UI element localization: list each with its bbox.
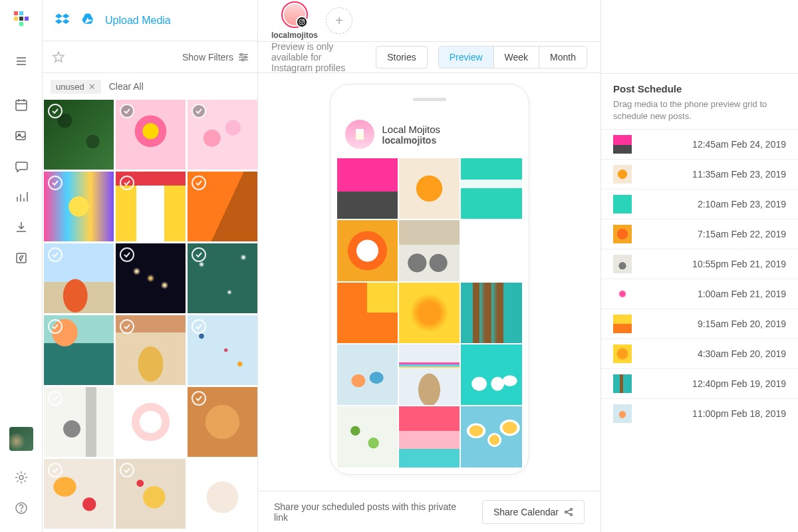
svg-rect-9 bbox=[16, 100, 27, 110]
ig-post[interactable] bbox=[461, 158, 521, 219]
schedule-title: Post Schedule bbox=[613, 83, 786, 94]
ig-post[interactable] bbox=[461, 283, 521, 343]
ig-post[interactable] bbox=[461, 220, 521, 281]
svg-rect-0 bbox=[14, 11, 18, 15]
ig-post[interactable] bbox=[337, 406, 398, 467]
upload-media-link[interactable]: Upload Media bbox=[105, 15, 171, 27]
schedule-thumb bbox=[613, 165, 632, 184]
check-icon bbox=[48, 247, 63, 262]
share-text: Share your scheduled posts with this pri… bbox=[274, 501, 471, 523]
svg-rect-19 bbox=[17, 253, 26, 263]
help-icon[interactable] bbox=[8, 495, 35, 521]
user-avatar[interactable] bbox=[9, 427, 33, 451]
svg-rect-2 bbox=[14, 17, 18, 21]
ig-post[interactable] bbox=[461, 406, 521, 467]
media-item[interactable] bbox=[188, 172, 257, 241]
view-tab-month[interactable]: Month bbox=[539, 47, 587, 68]
media-item[interactable] bbox=[188, 315, 257, 385]
check-icon bbox=[120, 104, 134, 118]
schedule-item[interactable]: 12:45am Feb 24, 2019 bbox=[601, 129, 798, 159]
view-tab-week[interactable]: Week bbox=[494, 47, 540, 68]
media-item[interactable] bbox=[116, 459, 186, 529]
media-item[interactable] bbox=[44, 459, 114, 529]
ig-post[interactable] bbox=[399, 220, 460, 281]
settings-icon[interactable] bbox=[8, 464, 35, 491]
media-icon[interactable] bbox=[8, 122, 35, 149]
media-item[interactable] bbox=[188, 243, 257, 313]
check-icon bbox=[120, 391, 134, 406]
ig-post[interactable] bbox=[399, 283, 460, 343]
media-item[interactable] bbox=[116, 172, 186, 241]
svg-point-27 bbox=[245, 56, 247, 58]
dropbox-icon[interactable] bbox=[55, 11, 70, 29]
profile-avatar bbox=[281, 1, 308, 28]
conversations-icon[interactable] bbox=[8, 153, 35, 180]
schedule-item[interactable]: 12:40pm Feb 19, 2019 bbox=[601, 368, 798, 398]
media-item[interactable] bbox=[44, 315, 114, 385]
ig-feed-grid[interactable] bbox=[337, 158, 522, 467]
add-profile-button[interactable]: + bbox=[326, 7, 352, 34]
stories-button[interactable]: Stories bbox=[376, 46, 428, 68]
svg-rect-4 bbox=[25, 17, 29, 21]
schedule-item[interactable]: 2:10am Feb 23, 2019 bbox=[601, 189, 798, 219]
preview-note: Preview is only available for Instagram … bbox=[271, 41, 365, 73]
star-icon[interactable] bbox=[51, 49, 66, 65]
analytics-icon[interactable] bbox=[8, 184, 35, 210]
ig-post[interactable] bbox=[337, 344, 398, 405]
ig-post[interactable] bbox=[461, 344, 521, 405]
share-calendar-button[interactable]: Share Calendar bbox=[482, 500, 585, 524]
download-icon[interactable] bbox=[8, 214, 35, 241]
media-item[interactable] bbox=[116, 315, 186, 385]
linkinbio-icon[interactable] bbox=[8, 245, 35, 271]
media-item[interactable] bbox=[116, 387, 186, 457]
hamburger-icon[interactable] bbox=[8, 48, 35, 74]
check-icon bbox=[48, 104, 63, 118]
schedule-panel: Post Schedule Drag media to the phone pr… bbox=[601, 0, 798, 532]
check-icon bbox=[48, 319, 63, 334]
schedule-item[interactable]: 11:35am Feb 23, 2019 bbox=[601, 159, 798, 189]
google-drive-icon[interactable] bbox=[80, 11, 96, 29]
show-filters-button[interactable]: Show Filters bbox=[182, 51, 249, 63]
schedule-time: 12:45am Feb 24, 2019 bbox=[692, 139, 786, 150]
media-item[interactable] bbox=[44, 172, 114, 241]
schedule-item[interactable]: 9:15am Feb 20, 2019 bbox=[601, 309, 798, 338]
filter-tag-label: unused bbox=[56, 82, 84, 92]
media-item[interactable] bbox=[188, 459, 257, 529]
schedule-time: 11:00pm Feb 18, 2019 bbox=[692, 408, 786, 419]
ig-post[interactable] bbox=[399, 344, 460, 405]
schedule-item[interactable]: 1:00am Feb 21, 2019 bbox=[601, 279, 798, 309]
clear-all-button[interactable]: Clear All bbox=[109, 81, 144, 92]
close-icon[interactable]: ✕ bbox=[88, 82, 96, 92]
media-library: Upload Media Show Filters unused ✕ Clear… bbox=[43, 0, 258, 532]
schedule-item[interactable]: 7:15am Feb 22, 2019 bbox=[601, 219, 798, 249]
filter-tag-unused[interactable]: unused ✕ bbox=[51, 80, 101, 94]
media-item[interactable] bbox=[44, 100, 114, 170]
ig-post[interactable] bbox=[399, 158, 460, 219]
schedule-item[interactable]: 4:30am Feb 20, 2019 bbox=[601, 338, 798, 368]
instagram-badge-icon bbox=[296, 16, 308, 28]
svg-point-26 bbox=[241, 53, 243, 55]
view-tab-preview[interactable]: Preview bbox=[439, 47, 494, 68]
ig-post[interactable] bbox=[337, 283, 398, 343]
media-item[interactable] bbox=[44, 387, 114, 457]
phone-frame: Local Mojitos localmojitos bbox=[330, 84, 529, 475]
check-icon bbox=[120, 319, 134, 334]
view-tabs: PreviewWeekMonth bbox=[438, 46, 587, 68]
ig-post[interactable] bbox=[399, 406, 460, 467]
media-item[interactable] bbox=[188, 387, 257, 457]
ig-display-name: Local Mojitos bbox=[382, 124, 441, 135]
show-filters-label: Show Filters bbox=[182, 52, 233, 63]
schedule-time: 12:40pm Feb 19, 2019 bbox=[692, 378, 786, 389]
media-item[interactable] bbox=[116, 243, 186, 313]
profile-chip[interactable]: localmojitos bbox=[271, 1, 318, 40]
calendar-icon[interactable] bbox=[8, 92, 35, 118]
media-item[interactable] bbox=[44, 243, 114, 313]
ig-post[interactable] bbox=[337, 220, 398, 281]
media-item[interactable] bbox=[188, 100, 257, 170]
schedule-item[interactable]: 10:55pm Feb 21, 2019 bbox=[601, 249, 798, 279]
ig-post[interactable] bbox=[337, 158, 398, 219]
media-item[interactable] bbox=[116, 100, 186, 170]
schedule-item[interactable]: 11:00pm Feb 18, 2019 bbox=[601, 398, 798, 428]
svg-point-33 bbox=[571, 508, 573, 510]
center-toolbar: Preview is only available for Instagram … bbox=[258, 41, 600, 73]
